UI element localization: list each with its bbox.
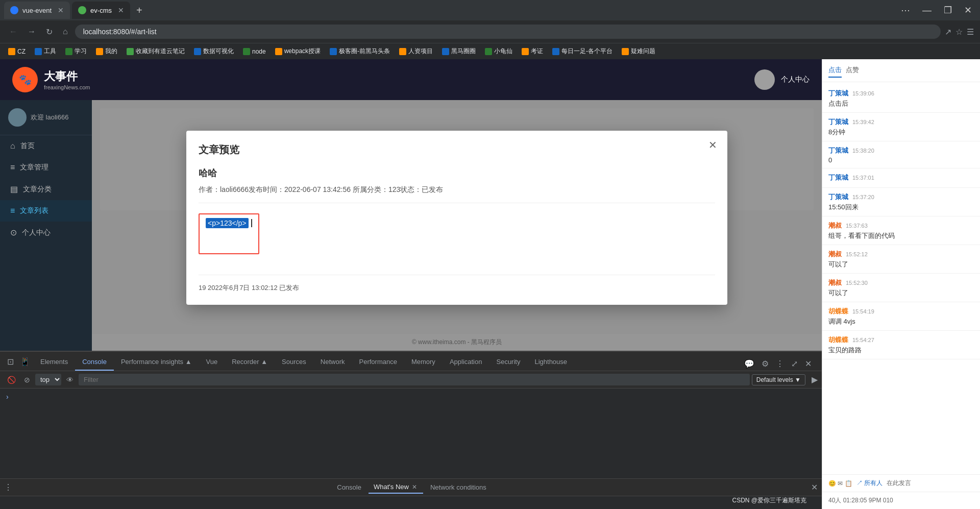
title-bar: vue-event ✕ ev-cms ✕ + ⋯ — ❐ ✕: [0, 0, 980, 20]
chat-item-2: 丁策城15:38:20 0: [822, 141, 980, 168]
devtools-tab-security[interactable]: Security: [489, 354, 527, 371]
bookmark-node[interactable]: node: [239, 47, 270, 56]
sidebar-item-personal[interactable]: ⊙ 个人中心: [0, 222, 92, 244]
chat-user-2[interactable]: 丁策城: [828, 147, 848, 154]
console-eye-btn[interactable]: 👁: [63, 374, 77, 386]
sidebar-item-article-category[interactable]: ▤ 文章分类: [0, 178, 92, 200]
devtools-device-icon[interactable]: 📱: [17, 353, 33, 371]
chat-item-6: 潮叔15:52:12 可以了: [822, 245, 980, 274]
devtools-close-icon[interactable]: ✕: [803, 357, 814, 371]
bookmark-daily[interactable]: 每日一足-各个平台: [548, 46, 617, 57]
console-expand-arrow[interactable]: ›: [0, 391, 822, 403]
bookmark-study[interactable]: 学习: [61, 46, 91, 57]
drawer-drag-handle[interactable]: ⋮: [4, 482, 12, 492]
sidebar-toggle-icon[interactable]: ☰: [967, 27, 974, 37]
chat-user-9[interactable]: 胡蝶蝶: [828, 336, 848, 344]
filter-input[interactable]: [79, 374, 750, 385]
chat-user-8[interactable]: 胡蝶蝶: [828, 307, 848, 315]
bookmark-tools[interactable]: 工具: [31, 46, 60, 57]
chat-msg-1: 8分钟: [828, 128, 974, 137]
rp-tab-like[interactable]: 点赞: [846, 63, 859, 78]
tab-close-vue-event[interactable]: ✕: [58, 6, 64, 14]
refresh-button[interactable]: ↻: [43, 25, 56, 39]
bookmark-dataviz[interactable]: 数据可视化: [190, 46, 238, 57]
chat-footer-all[interactable]: ↗ 所有人: [856, 479, 883, 488]
devtools-tab-performance[interactable]: Performance: [352, 354, 404, 371]
right-panel-tabs: 点击 点赞: [828, 63, 859, 78]
devtools-tab-sources[interactable]: Sources: [275, 354, 313, 371]
chat-time-8: 15:54:19: [852, 308, 874, 314]
new-tab-button[interactable]: +: [132, 3, 146, 18]
chat-user-1[interactable]: 丁策城: [828, 118, 848, 126]
browser-window: vue-event ✕ ev-cms ✕ + ⋯ — ❐ ✕ ← → ↻ ⌂ ↗…: [0, 0, 980, 509]
devtools-tab-lighthouse[interactable]: Lighthouse: [527, 354, 574, 371]
user-label[interactable]: 个人中心: [781, 75, 810, 84]
tab-favicon-ev-cms: [78, 6, 86, 14]
tab-close-ev-cms[interactable]: ✕: [118, 6, 124, 14]
bookmark-jike[interactable]: 极客圈-前黑马头条: [326, 46, 394, 57]
tab-ev-cms[interactable]: ev-cms ✕: [72, 2, 130, 19]
bookmark-cz[interactable]: CZ: [4, 47, 30, 56]
sidebar-item-article-list[interactable]: ≡ 文章列表: [0, 200, 92, 222]
rp-tab-click[interactable]: 点击: [828, 63, 842, 78]
devtools-tab-action-icons: 💬 ⚙ ⋮ ⤢ ✕: [738, 357, 818, 371]
title-bar-menu-btn[interactable]: ⋯: [897, 3, 914, 18]
bookmark-hr[interactable]: 人资项目: [395, 46, 437, 57]
tab-vue-event[interactable]: vue-event ✕: [4, 2, 70, 19]
console-clear-btn[interactable]: 🚫: [4, 374, 19, 386]
address-input[interactable]: [75, 25, 941, 39]
bookmark-jike-label: 极客圈-前黑马头条: [339, 47, 390, 56]
bookmark-my[interactable]: 我的: [92, 46, 121, 57]
devtools-tab-memory[interactable]: Memory: [404, 354, 443, 371]
chat-stats-text: 40人 01:28:05 9PM 010: [828, 496, 893, 505]
home-button[interactable]: ⌂: [60, 25, 71, 38]
bookmark-exam[interactable]: 考证: [518, 46, 547, 57]
devtools-chat-icon[interactable]: 💬: [742, 357, 756, 371]
drawer-tab-console[interactable]: Console: [332, 481, 366, 493]
share-icon[interactable]: ↗: [945, 27, 951, 37]
sidebar-item-article-manage[interactable]: ≡ 文章管理: [0, 157, 92, 178]
drawer-tab-whats-new-close[interactable]: ✕: [411, 483, 418, 491]
bookmark-icon[interactable]: ☆: [955, 27, 963, 37]
sidebar-avatar: [8, 108, 27, 127]
devtools-settings-icon[interactable]: ⚙: [760, 357, 771, 371]
modal-close-button[interactable]: ✕: [708, 139, 717, 151]
bookmark-cz-label: CZ: [17, 48, 26, 55]
devtools-tab-application[interactable]: Application: [443, 354, 489, 371]
bookmarks-bar: CZ 工具 学习 我的 收藏到有道云笔记 数据可视化 node webpack: [0, 43, 980, 59]
devtools-tab-perf-insights[interactable]: Performance insights ▲: [114, 354, 199, 371]
drawer-close-btn[interactable]: ✕: [811, 482, 818, 492]
back-button[interactable]: ←: [6, 25, 20, 38]
bookmark-issues[interactable]: 疑难问题: [618, 46, 659, 57]
chat-user-3[interactable]: 丁策城: [828, 174, 848, 181]
sidebar-item-home[interactable]: ⌂ 首页: [0, 135, 92, 157]
devtools-inspect-icon[interactable]: ⊡: [4, 353, 17, 371]
chat-user-6[interactable]: 潮叔: [828, 250, 842, 258]
modal-overlay[interactable]: 文章预览 ✕ 哈哈 作者：laoli6666发布时间：2022-06-07 13…: [92, 100, 822, 351]
context-select[interactable]: top: [35, 374, 61, 385]
bookmark-hm[interactable]: 黑马圈圈: [438, 46, 480, 57]
title-bar-minimize-btn[interactable]: —: [918, 3, 936, 18]
title-bar-close-btn[interactable]: ✕: [960, 3, 976, 18]
devtools-more-icon[interactable]: ⋮: [774, 357, 786, 371]
chat-user-4[interactable]: 丁策城: [828, 193, 848, 201]
devtools-tab-vue[interactable]: Vue: [199, 354, 225, 371]
bookmark-webpack[interactable]: webpack授课: [271, 46, 325, 57]
drawer-tab-network-conditions[interactable]: Network conditions: [425, 481, 492, 493]
drawer-tab-whats-new[interactable]: What's New ✕: [369, 481, 423, 494]
bookmark-turtle[interactable]: 小龟仙: [481, 46, 517, 57]
forward-button[interactable]: →: [24, 25, 39, 38]
devtools-undock-icon[interactable]: ⤢: [789, 357, 800, 371]
title-bar-maximize-btn[interactable]: ❐: [940, 3, 956, 18]
bookmark-youdao[interactable]: 收藏到有道云笔记: [122, 46, 189, 57]
console-filter-btn[interactable]: ⊘: [21, 374, 33, 386]
devtools-tab-recorder[interactable]: Recorder ▲: [225, 354, 275, 371]
chat-list: 丁策城15:39:06 点击后 丁策城15:39:42 8分钟 丁策城15:38…: [822, 82, 980, 474]
chat-user-5[interactable]: 潮叔: [828, 222, 842, 229]
default-levels-btn[interactable]: Default levels ▼: [752, 374, 805, 385]
chat-user-7[interactable]: 潮叔: [828, 279, 842, 286]
devtools-tab-console[interactable]: Console: [75, 354, 114, 371]
chat-user-0[interactable]: 丁策城: [828, 89, 848, 97]
devtools-tab-network[interactable]: Network: [313, 354, 352, 371]
devtools-tab-elements[interactable]: Elements: [33, 354, 75, 371]
